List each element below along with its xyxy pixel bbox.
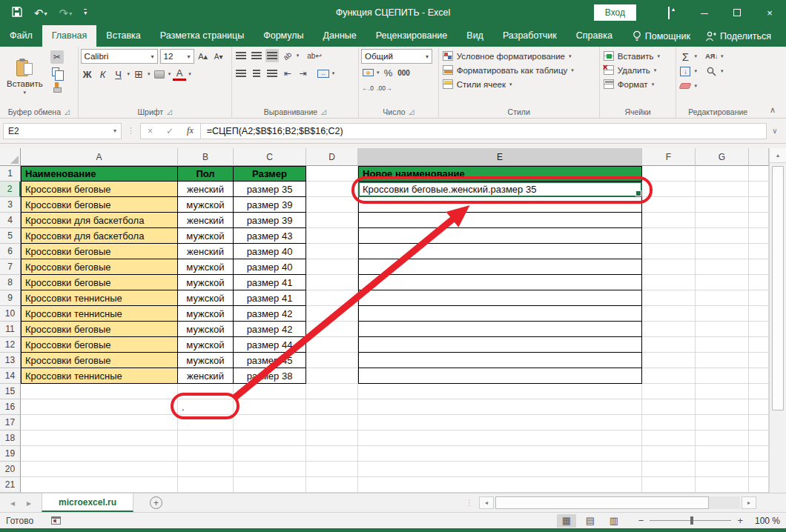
accounting-format-icon[interactable] bbox=[361, 66, 374, 79]
redo-icon[interactable]: ↷▾ bbox=[59, 7, 73, 19]
fill-color-icon[interactable] bbox=[153, 67, 166, 81]
cell-A6[interactable]: Кроссовки беговые bbox=[21, 244, 178, 259]
col-header-partial[interactable] bbox=[749, 148, 769, 166]
cell-D6[interactable] bbox=[306, 244, 358, 259]
cell-G21[interactable] bbox=[696, 477, 749, 493]
clipboard-dialog-launcher-icon[interactable]: ◿ bbox=[65, 108, 70, 116]
cell-A9[interactable]: Кроссовки теннисные bbox=[21, 290, 178, 306]
cell-A19[interactable] bbox=[21, 446, 178, 462]
col-header-A[interactable]: A bbox=[21, 148, 178, 166]
cell-E2[interactable]: Кроссовки беговые.женский.размер 35 bbox=[358, 182, 642, 197]
cell-A8[interactable]: Кроссовки беговые bbox=[21, 275, 178, 290]
cell-F9[interactable] bbox=[642, 290, 696, 306]
cell-B9[interactable]: мужской bbox=[178, 290, 234, 306]
cell-A14[interactable]: Кроссовки теннисные bbox=[21, 368, 178, 384]
assistant-button[interactable]: Помощник bbox=[627, 30, 696, 41]
expand-formula-bar-icon[interactable]: ∨ bbox=[767, 127, 783, 135]
cell-E3[interactable] bbox=[358, 197, 642, 213]
cell-E13[interactable] bbox=[358, 353, 642, 368]
cell-A4[interactable]: Кроссовки для баскетбола bbox=[21, 213, 178, 228]
cell-partial-15[interactable] bbox=[749, 384, 769, 399]
page-layout-view-icon[interactable]: ▤ bbox=[581, 514, 600, 528]
cell-F20[interactable] bbox=[642, 462, 696, 477]
cell-D3[interactable] bbox=[306, 197, 358, 213]
formula-bar-handle[interactable]: ⋮ bbox=[122, 126, 140, 136]
cell-B20[interactable] bbox=[178, 462, 234, 477]
cell-C3[interactable]: размер 39 bbox=[234, 197, 306, 213]
cell-partial-10[interactable] bbox=[749, 306, 769, 322]
cell-F13[interactable] bbox=[642, 353, 696, 368]
cell-C17[interactable] bbox=[234, 415, 306, 430]
cell-G12[interactable] bbox=[696, 337, 749, 353]
cell-G17[interactable] bbox=[696, 415, 749, 430]
cell-G1[interactable] bbox=[696, 166, 749, 182]
cell-G9[interactable] bbox=[696, 290, 749, 306]
cell-E16[interactable] bbox=[358, 399, 642, 415]
row-header-12[interactable]: 12 bbox=[0, 337, 21, 353]
cell-D19[interactable] bbox=[306, 446, 358, 462]
cell-C14[interactable]: размер 38 bbox=[234, 368, 306, 384]
font-size-select[interactable]: 12▾ bbox=[160, 49, 194, 64]
cell-D2[interactable] bbox=[306, 182, 358, 197]
tab-формулы[interactable]: Формулы bbox=[254, 25, 313, 47]
tab-рецензирование[interactable]: Рецензирование bbox=[366, 25, 458, 47]
cell-E6[interactable] bbox=[358, 244, 642, 259]
cell-partial-5[interactable] bbox=[749, 228, 769, 244]
cell-F4[interactable] bbox=[642, 213, 696, 228]
increase-indent-icon[interactable]: ⇥ bbox=[297, 67, 310, 80]
cell-D5[interactable] bbox=[306, 228, 358, 244]
align-middle-icon[interactable] bbox=[250, 49, 263, 62]
hscroll-handle[interactable]: ⋮ bbox=[466, 499, 473, 507]
font-dialog-launcher-icon[interactable]: ◿ bbox=[167, 108, 172, 116]
name-box[interactable]: E2 ▾ bbox=[3, 123, 122, 139]
col-header-B[interactable]: B bbox=[178, 148, 234, 166]
customize-qat-icon[interactable]: ▾ bbox=[84, 9, 87, 16]
row-header-16[interactable]: 16 bbox=[0, 399, 21, 415]
cell-B1[interactable]: Пол bbox=[178, 166, 234, 182]
cell-D14[interactable] bbox=[306, 368, 358, 384]
cell-A3[interactable]: Кроссовки беговые bbox=[21, 197, 178, 213]
cell-G10[interactable] bbox=[696, 306, 749, 322]
cell-partial-19[interactable] bbox=[749, 446, 769, 462]
cell-partial-21[interactable] bbox=[749, 477, 769, 493]
zoom-in-icon[interactable]: + bbox=[737, 515, 743, 526]
cell-C21[interactable] bbox=[234, 477, 306, 493]
row-header-4[interactable]: 4 bbox=[0, 213, 21, 228]
cell-F18[interactable] bbox=[642, 430, 696, 446]
maximize-button[interactable] bbox=[721, 3, 753, 23]
cell-F10[interactable] bbox=[642, 306, 696, 322]
page-break-view-icon[interactable]: ▥ bbox=[604, 514, 624, 528]
cell-partial-14[interactable] bbox=[749, 368, 769, 384]
cell-A11[interactable]: Кроссовки беговые bbox=[21, 322, 178, 337]
cell-G8[interactable] bbox=[696, 275, 749, 290]
number-format-select[interactable]: Общий▾ bbox=[361, 49, 432, 64]
sign-in-button[interactable]: Вход bbox=[594, 4, 636, 21]
row-header-14[interactable]: 14 bbox=[0, 368, 21, 384]
save-icon[interactable] bbox=[12, 7, 22, 19]
zoom-slider[interactable] bbox=[650, 520, 731, 521]
cell-partial-1[interactable] bbox=[749, 166, 769, 182]
cell-E21[interactable] bbox=[358, 477, 642, 493]
cell-C7[interactable]: размер 40 bbox=[234, 259, 306, 275]
cell-E12[interactable] bbox=[358, 337, 642, 353]
zoom-out-icon[interactable]: − bbox=[638, 515, 644, 526]
row-header-13[interactable]: 13 bbox=[0, 353, 21, 368]
cell-E1[interactable]: Новое наименование bbox=[358, 166, 642, 182]
cell-partial-6[interactable] bbox=[749, 244, 769, 259]
cell-A1[interactable]: Наименование bbox=[21, 166, 178, 182]
cell-B16[interactable]: . bbox=[178, 399, 234, 415]
insert-function-icon[interactable]: fx bbox=[180, 125, 200, 136]
cell-G15[interactable] bbox=[696, 384, 749, 399]
cell-E15[interactable] bbox=[358, 384, 642, 399]
vertical-scroll-thumb[interactable] bbox=[772, 166, 784, 410]
cell-B2[interactable]: женский bbox=[178, 182, 234, 197]
tab-файл[interactable]: Файл bbox=[0, 25, 42, 47]
cell-B7[interactable]: мужской bbox=[178, 259, 234, 275]
cut-icon[interactable]: ✂ bbox=[50, 50, 64, 64]
name-box-dropdown-icon[interactable]: ▾ bbox=[113, 127, 116, 134]
zoom-level[interactable]: 100 % bbox=[747, 516, 780, 526]
vertical-scrollbar[interactable]: ▴ bbox=[769, 148, 786, 493]
cell-F7[interactable] bbox=[642, 259, 696, 275]
cell-F17[interactable] bbox=[642, 415, 696, 430]
cell-A16[interactable] bbox=[21, 399, 178, 415]
